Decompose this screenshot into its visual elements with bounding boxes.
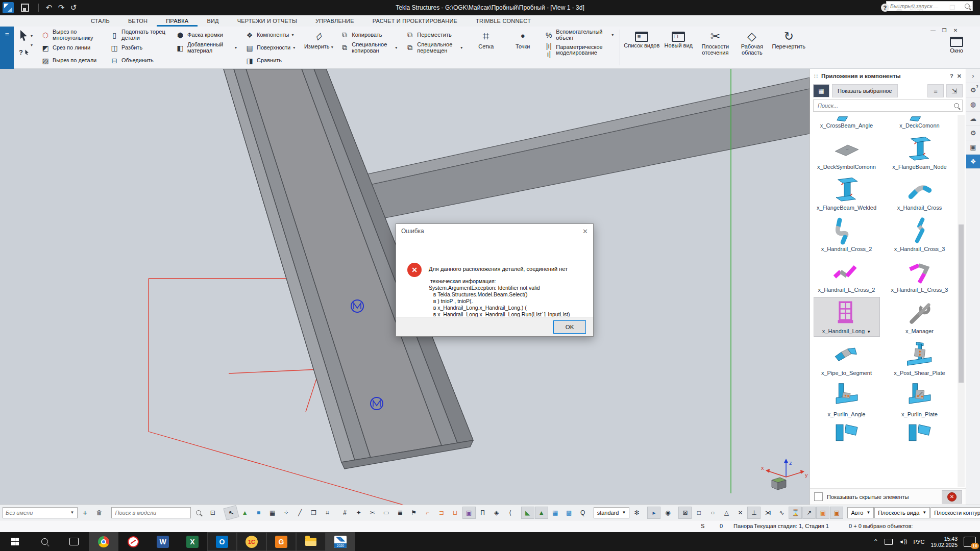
component-item-x_handrail_l_cross_3[interactable]: x_Handrail_L_Cross_3: [887, 256, 953, 295]
work-plane-select[interactable]: Плоскость вида▼: [874, 507, 930, 518]
snap-free-button[interactable]: ∿: [775, 507, 788, 519]
snap-cursor-button[interactable]: ▸: [647, 507, 660, 519]
redo-icon[interactable]: ↷: [55, 3, 67, 12]
taskbar-explorer-icon[interactable]: [296, 532, 326, 551]
taskbar-chrome-icon[interactable]: [89, 532, 118, 551]
taskbar-tekla-structures-icon[interactable]: ◥◣2020: [326, 532, 355, 551]
select-surface-objects-button[interactable]: ◈: [490, 507, 503, 519]
component-item-x_purlin_plate[interactable]: x_Purlin_Plate: [887, 380, 953, 419]
tab-trimble-connect[interactable]: TRIMBLE CONNECT: [467, 15, 540, 27]
strip-panel-collapse-icon[interactable]: ›: [966, 69, 980, 83]
tab-правка[interactable]: ПРАВКА: [157, 15, 198, 27]
ribbon-item-copy-special[interactable]: ⧉Специальное копирован▾: [340, 42, 397, 54]
show-selected-button[interactable]: Показать выбранное: [832, 84, 898, 97]
notification-center-icon[interactable]: 10: [964, 537, 976, 547]
select-all-in-components-button[interactable]: ▩: [562, 507, 576, 519]
dialog-close-icon[interactable]: ✕: [582, 228, 588, 235]
ribbon-item-move-special[interactable]: ⧉Специальное перемещен▾: [405, 42, 462, 54]
ribbon-item-polygon-cut[interactable]: ⬡Вырез по многоугольнику: [41, 29, 102, 41]
view-minimize-button[interactable]: —: [929, 28, 937, 33]
add-filter-button[interactable]: +: [79, 507, 92, 519]
ribbon-item-new-view[interactable]: ❒Новый вид: [660, 29, 697, 49]
ribbon-item-line-cut[interactable]: ◩Срез по линии: [41, 42, 102, 54]
select-objects-in-assemblies-button[interactable]: ▲: [535, 507, 548, 519]
close-button[interactable]: ✕: [965, 4, 975, 11]
delete-filter-button[interactable]: 🗑: [93, 507, 106, 519]
snap-settings-select[interactable]: standard▼: [594, 507, 630, 518]
select-grid-lines-button[interactable]: #: [338, 507, 352, 519]
chevron-down-icon[interactable]: ▾: [31, 43, 33, 47]
component-item[interactable]: [814, 421, 880, 441]
taskbar-search-icon[interactable]: [30, 532, 59, 551]
taskbar-recorder-icon[interactable]: [118, 532, 148, 551]
volume-icon[interactable]: ◄)): [899, 539, 908, 544]
network-icon[interactable]: [885, 539, 893, 545]
select-rebar-button[interactable]: Π: [476, 507, 489, 519]
ribbon-item-parametric-modeling[interactable]: |ı|ı|Параметрическое моделирование: [544, 42, 614, 58]
select-levels-button[interactable]: ≣: [394, 507, 407, 519]
select-components-objects-button[interactable]: ▣: [462, 507, 476, 519]
ribbon-item-added-material[interactable]: ◧Добавленный материал▾: [176, 42, 237, 54]
model-search[interactable]: [111, 507, 191, 518]
snap-intersections-button[interactable]: ✕: [733, 507, 747, 519]
select-parts-button[interactable]: ■: [252, 507, 265, 519]
restore-button[interactable]: ❐: [947, 4, 958, 11]
ribbon-item-view-list[interactable]: ≣Список видов: [623, 29, 660, 49]
select-cursor-icon[interactable]: [19, 30, 29, 42]
taskbar-word-icon[interactable]: W: [148, 532, 178, 551]
snap-perpendicular-button[interactable]: ⊥: [747, 507, 761, 519]
taskbar-start-icon[interactable]: [0, 532, 30, 551]
thumbnails-view-button[interactable]: ▦: [813, 84, 829, 97]
ribbon-item-clip-planes[interactable]: ✂Плоскости отсечения: [697, 29, 733, 56]
snap-visible-points-button[interactable]: ◉: [661, 507, 674, 519]
panel-close-icon[interactable]: ✕: [957, 73, 962, 80]
select-objects-in-components-button[interactable]: ▦: [549, 507, 562, 519]
tab-управление[interactable]: УПРАВЛЕНИЕ: [306, 15, 363, 27]
strip-packages-icon[interactable]: ▣: [966, 140, 980, 155]
history-icon[interactable]: ↺: [67, 3, 80, 12]
panel-scrollbar[interactable]: [958, 115, 965, 487]
select-lines-button[interactable]: ╱: [293, 507, 307, 519]
strip-web-tools-icon[interactable]: ◍: [966, 97, 980, 112]
select-grids-button[interactable]: ⌗: [321, 507, 334, 519]
context-help-cursor-icon[interactable]: ?: [19, 48, 23, 56]
component-search-input[interactable]: [817, 102, 951, 109]
ribbon-item-split[interactable]: ◫Разбить: [110, 42, 167, 54]
select-marks-button[interactable]: ⚑: [407, 507, 421, 519]
close-panel-button[interactable]: ✕: [942, 490, 962, 504]
help-icon[interactable]: ?: [881, 4, 889, 12]
ribbon-item-compare[interactable]: ◨Сравнить: [245, 55, 295, 66]
tray-expand-icon[interactable]: ⌃: [873, 538, 878, 545]
component-item[interactable]: [887, 421, 953, 441]
component-item-x_handrail_cross_2[interactable]: x_Handrail_Cross_2: [814, 215, 880, 254]
component-item-x_pipe_to_segment[interactable]: x_Pipe_to_Segment: [814, 339, 880, 378]
list-view-button[interactable]: ≡: [927, 84, 944, 97]
chevron-down-icon[interactable]: ▼: [866, 330, 871, 334]
save-icon[interactable]: [21, 4, 29, 12]
search-in-view-button[interactable]: ⊡: [206, 507, 219, 519]
chevron-down-icon[interactable]: ▾: [235, 45, 237, 50]
snap-center-points-button[interactable]: △: [720, 507, 733, 519]
model-search-input[interactable]: [114, 509, 188, 516]
undo-icon[interactable]: ↶: [43, 3, 55, 12]
select-welds-button[interactable]: ✦: [352, 507, 365, 519]
select-joints-button[interactable]: ⌐: [421, 507, 434, 519]
panel-help-icon[interactable]: ?: [950, 73, 953, 79]
strip-cloud-icon[interactable]: ☁: [966, 112, 980, 126]
ribbon-item-grid[interactable]: ⌗Сетка: [468, 29, 504, 50]
ribbon-item-move[interactable]: ⧉Переместить: [405, 29, 462, 41]
taskbar-one-c-icon[interactable]: 1С: [237, 532, 266, 551]
snap-any-position-button[interactable]: ⌛: [789, 507, 802, 519]
taskbar-task-view-icon[interactable]: [59, 532, 89, 551]
snap-geometry-points-button[interactable]: □: [692, 507, 705, 519]
component-item-x_handrail_l_cross_2[interactable]: x_Handrail_L_Cross_2: [814, 256, 880, 295]
view-restore-button[interactable]: ❐: [940, 28, 948, 33]
component-item-x_manager[interactable]: x_Manager: [887, 297, 953, 337]
select-surfaces-button[interactable]: ▦: [266, 507, 279, 519]
tab-расчет-и-проектирование[interactable]: РАСЧЕТ И ПРОЕКТИРОВАНИЕ: [363, 15, 467, 27]
ribbon-menu-strip[interactable]: ≡: [0, 27, 14, 72]
tray-clock[interactable]: 15:43 19.02.2025: [930, 536, 958, 548]
login-label[interactable]: Вход: [910, 5, 923, 11]
chevron-down-icon[interactable]: ▾: [611, 33, 614, 37]
chevron-down-icon[interactable]: ▾: [293, 45, 295, 50]
